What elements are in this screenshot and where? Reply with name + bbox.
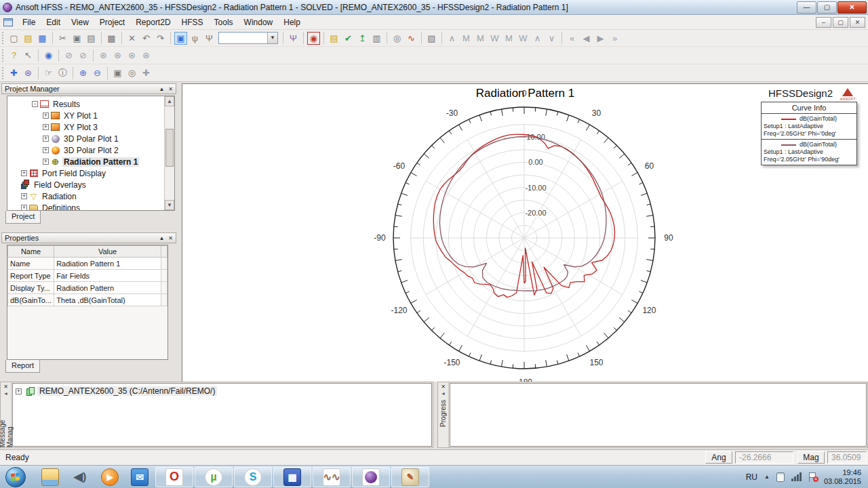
message-manager-pin-icon[interactable]: ◄: [3, 391, 8, 396]
media-player-taskbar-button[interactable]: ▶: [95, 466, 125, 488]
menu-item-hfss[interactable]: HFSS: [176, 16, 209, 28]
utorrent-taskbar-button[interactable]: µ: [195, 467, 233, 487]
menu-item-tools[interactable]: Tools: [209, 16, 239, 28]
mdi-restore-button[interactable]: ▢: [833, 17, 848, 28]
minimize-button[interactable]: —: [797, 1, 816, 14]
property-row[interactable]: Display Ty...Radiation Pattern: [8, 282, 167, 294]
menu-item-project[interactable]: Project: [94, 16, 130, 28]
skype-taskbar-button[interactable]: S: [234, 467, 272, 487]
wave-type-6-icon[interactable]: W: [517, 32, 530, 45]
field-magnifier-icon[interactable]: ◎: [391, 32, 403, 45]
tab-project[interactable]: Project: [5, 211, 41, 224]
menu-item-edit[interactable]: Edit: [41, 16, 66, 28]
dynamic-zoom-icon[interactable]: ⓘ: [56, 66, 69, 79]
prop-col-name[interactable]: Name: [8, 246, 54, 258]
paint-taskbar-button[interactable]: ✎: [391, 467, 429, 487]
property-row[interactable]: dB(GainTo...Theta ,dB(GainTotal): [8, 294, 167, 306]
opera-taskbar-button[interactable]: O: [155, 467, 193, 487]
wave-type-8-icon[interactable]: ∨: [545, 32, 558, 45]
start-button[interactable]: [5, 467, 26, 487]
paste-icon[interactable]: ▤: [85, 32, 98, 45]
tray-clock[interactable]: 19:46 03.08.2015: [824, 468, 861, 486]
wave-type-4-icon[interactable]: W: [488, 32, 501, 45]
create-report-icon[interactable]: ∿: [405, 32, 418, 45]
messages-icon[interactable]: ▤: [328, 32, 340, 45]
tree-item-radiation[interactable]: +▽Radiation: [7, 190, 164, 202]
project-tree-scrollbar[interactable]: ▲ ▼: [164, 96, 174, 210]
context-help-icon[interactable]: ↖: [22, 49, 35, 62]
action-center-icon[interactable]: ✕: [808, 472, 817, 482]
tree-expander-icon[interactable]: +: [21, 205, 27, 211]
prop-col-value[interactable]: Value: [54, 246, 161, 258]
pan-icon[interactable]: ☞: [42, 66, 55, 79]
tree-item-radiation-pattern-1[interactable]: +⊕Radiation Pattern 1: [7, 156, 164, 167]
menu-item-report2d[interactable]: Report2D: [130, 16, 176, 28]
tree-expander-icon[interactable]: +: [21, 170, 27, 176]
show-visibility-icon[interactable]: ◉: [42, 49, 55, 62]
tab-report[interactable]: Report: [5, 360, 40, 373]
zoom-window-icon[interactable]: ▣: [111, 66, 124, 79]
wave-type-3-icon[interactable]: M: [474, 32, 487, 45]
tree-item-results[interactable]: -Results: [7, 98, 164, 110]
message-item[interactable]: + REMO_ANTEX2600_35 (C:/Antenn/Fail/REMO…: [16, 386, 429, 396]
ansoft-app-taskbar-button[interactable]: [352, 467, 390, 487]
nav-next-icon[interactable]: ▶: [594, 32, 607, 45]
hide-selection-icon[interactable]: ⊘: [62, 49, 75, 62]
hidden-icons-chevron-icon[interactable]: ▲: [764, 474, 770, 480]
wave-type-5-icon[interactable]: M: [502, 32, 515, 45]
copy-icon[interactable]: ▣: [71, 32, 83, 45]
solve-icon[interactable]: ▣: [174, 32, 187, 45]
zoom-out-icon[interactable]: ⊖: [91, 66, 104, 79]
scroll-up-icon[interactable]: ▲: [165, 96, 174, 106]
explorer-taskbar-button[interactable]: [35, 466, 65, 488]
validate-icon[interactable]: ✔: [342, 32, 355, 45]
menu-item-window[interactable]: Window: [239, 16, 279, 28]
print-icon[interactable]: ▩: [105, 32, 118, 45]
tree-expander-icon[interactable]: +: [43, 147, 49, 153]
solution-select-combobox[interactable]: ▼: [218, 32, 278, 44]
clipboard-tray-icon[interactable]: [776, 472, 785, 482]
fit-all-icon[interactable]: ◎: [125, 66, 138, 79]
wave-type-2-icon[interactable]: M: [460, 32, 473, 45]
tree-item-xy-plot-3[interactable]: +XY Plot 3: [7, 121, 164, 133]
close-button[interactable]: ✕: [837, 1, 867, 14]
visibility-rotate-4-icon[interactable]: ⊛: [140, 49, 153, 62]
tree-expander-icon[interactable]: +: [43, 113, 49, 119]
progress-close-icon[interactable]: ✕: [441, 384, 446, 390]
rotate-view-icon[interactable]: ✚: [140, 66, 153, 79]
tree-item-field-overlays[interactable]: Field Overlays: [7, 179, 164, 190]
redo-icon[interactable]: ↷: [154, 32, 167, 45]
volume-taskbar-button[interactable]: ◀): [65, 466, 95, 488]
tree-item-definitions[interactable]: +Definitions: [7, 202, 164, 211]
tree-expander-icon[interactable]: +: [43, 124, 49, 130]
model-view-icon[interactable]: ⊛: [22, 66, 35, 79]
message-expander-icon[interactable]: +: [16, 388, 22, 394]
properties-collapse-icon[interactable]: ▲: [159, 235, 164, 241]
project-manager-close-icon[interactable]: ✕: [168, 86, 173, 92]
project-manager-collapse-icon[interactable]: ▲: [159, 86, 164, 92]
curves-tool-taskbar-button[interactable]: ∿∿: [313, 467, 351, 487]
delete-icon[interactable]: ✕: [125, 32, 138, 45]
tree-expander-icon[interactable]: +: [43, 136, 49, 142]
nav-first-icon[interactable]: «: [566, 32, 578, 45]
nav-last-icon[interactable]: »: [608, 32, 621, 45]
tree-item-port-field-display[interactable]: +Port Field Display: [7, 167, 164, 179]
tree-expander-icon[interactable]: +: [21, 193, 27, 199]
property-row[interactable]: Report TypeFar Fields: [8, 270, 167, 282]
scroll-thumb[interactable]: [165, 129, 174, 167]
mail-taskbar-button[interactable]: ✉: [125, 466, 155, 488]
save-icon[interactable]: ▦: [36, 32, 49, 45]
tree-item-xy-plot-1[interactable]: +XY Plot 1: [7, 110, 164, 121]
optimetrics-icon[interactable]: ◉: [307, 32, 320, 45]
tree-item-3d-polar-plot-1[interactable]: +3D Polar Plot 1: [7, 133, 164, 144]
mdi-minimize-button[interactable]: –: [816, 17, 831, 28]
visibility-rotate-1-icon[interactable]: ⊛: [97, 49, 110, 62]
progress-pin-icon[interactable]: ◄: [441, 391, 446, 396]
mdi-document-icon[interactable]: [3, 18, 13, 26]
property-row[interactable]: NameRadiation Pattern 1: [8, 258, 167, 270]
scroll-down-icon[interactable]: ▼: [165, 200, 174, 210]
menu-item-view[interactable]: View: [66, 16, 94, 28]
message-manager-close-icon[interactable]: ✕: [3, 384, 8, 390]
zoom-in-icon[interactable]: ⊕: [77, 66, 90, 79]
tree-expander-icon[interactable]: +: [43, 159, 49, 165]
